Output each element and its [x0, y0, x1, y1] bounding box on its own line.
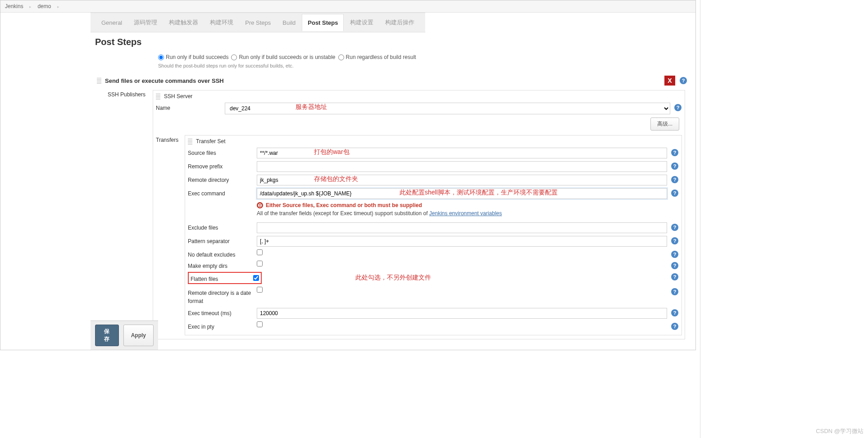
help-icon[interactable]: ?: [671, 288, 678, 295]
tab-build[interactable]: Build: [277, 14, 301, 31]
drag-handle-icon[interactable]: [156, 93, 160, 99]
radio-regardless-label: Run regardless of build result: [346, 54, 416, 60]
radio-succeeds-label: Run only if build succeeds: [166, 54, 228, 60]
pattern-sep-label: Pattern separator: [188, 236, 253, 244]
footer-actions: 保存 Apply: [91, 321, 158, 350]
exclude-files-label: Exclude files: [188, 222, 253, 231]
error-icon: ⊖: [257, 202, 263, 208]
advanced-button[interactable]: 高级...: [650, 117, 679, 131]
drag-handle-icon[interactable]: [188, 138, 192, 144]
remote-dir-input[interactable]: [257, 175, 667, 185]
breadcrumb-root[interactable]: Jenkins: [5, 3, 23, 9]
remove-prefix-label: Remove prefix: [188, 161, 253, 170]
info-text: All of the transfer fields (except for E…: [257, 209, 679, 221]
chevron-right-icon: ▸: [25, 5, 36, 9]
step-header: Send files or execute commands over SSH …: [95, 75, 689, 86]
help-icon[interactable]: ?: [671, 176, 678, 183]
remote-dir-date-checkbox[interactable]: [257, 287, 263, 293]
no-default-excludes-checkbox[interactable]: [257, 249, 263, 255]
help-icon[interactable]: ?: [674, 104, 682, 111]
right-panel: [700, 0, 868, 350]
help-icon[interactable]: ?: [671, 262, 678, 269]
tab-general[interactable]: General: [96, 14, 127, 31]
tab-triggers[interactable]: 构建触发器: [164, 14, 204, 31]
help-icon[interactable]: ?: [671, 190, 678, 197]
help-icon[interactable]: ?: [680, 77, 687, 84]
radio-unstable-label: Run only if build succeeds or is unstabl…: [239, 54, 335, 60]
exec-timeout-input[interactable]: [257, 308, 667, 319]
breadcrumb-project[interactable]: demo: [37, 3, 51, 9]
tab-env[interactable]: 构建环境: [205, 14, 239, 31]
env-vars-link[interactable]: Jenkins environment variables: [429, 210, 502, 217]
exclude-files-input[interactable]: [257, 222, 667, 233]
tab-poststeps[interactable]: Post Steps: [302, 14, 344, 31]
breadcrumb: Jenkins ▸ demo ▸: [0, 0, 695, 13]
flatten-files-checkbox[interactable]: [253, 275, 259, 281]
help-icon[interactable]: ?: [671, 224, 678, 231]
no-default-excludes-label: No default excludes: [188, 249, 253, 258]
help-icon[interactable]: ?: [671, 309, 678, 316]
source-files-input[interactable]: [257, 148, 667, 158]
error-text: Either Source files, Exec command or bot…: [266, 202, 422, 208]
help-icon[interactable]: ?: [671, 323, 678, 330]
help-icon[interactable]: ?: [671, 149, 678, 156]
run-options-hint: Should the post-build steps run only for…: [91, 60, 689, 75]
radio-succeeds[interactable]: [158, 54, 164, 60]
pattern-sep-input[interactable]: [257, 236, 667, 247]
remote-dir-date-label: Remote directory is a date format: [188, 287, 253, 305]
help-icon[interactable]: ?: [671, 163, 678, 170]
save-button[interactable]: 保存: [95, 325, 119, 346]
apply-button[interactable]: Apply: [123, 325, 154, 346]
close-button[interactable]: X: [664, 76, 675, 86]
annot-flatten: 此处勾选，不另外创建文件: [355, 274, 431, 282]
source-files-label: Source files: [188, 148, 253, 156]
exec-in-pty-checkbox[interactable]: [257, 321, 263, 327]
ssh-publishers-label: SSH Publishers: [108, 89, 153, 339]
page-title: Post Steps: [95, 37, 689, 47]
help-icon[interactable]: ?: [671, 251, 678, 258]
flatten-files-label: Flatten files: [191, 274, 250, 282]
radio-regardless[interactable]: [338, 54, 344, 60]
help-icon[interactable]: ?: [671, 237, 678, 244]
remote-dir-label: Remote directory: [188, 175, 253, 183]
tab-postbuild[interactable]: 构建后操作: [380, 14, 420, 31]
transfers-label: Transfers: [156, 134, 182, 335]
make-empty-dirs-checkbox[interactable]: [257, 261, 263, 266]
radio-unstable[interactable]: [231, 54, 237, 60]
tab-scm[interactable]: 源码管理: [128, 14, 163, 31]
transfer-set-header: Transfer Set: [196, 138, 226, 144]
exec-timeout-label: Exec timeout (ms): [188, 308, 253, 316]
make-empty-dirs-label: Make empty dirs: [188, 261, 253, 269]
config-tabs: General 源码管理 构建触发器 构建环境 Pre Steps Build …: [91, 13, 425, 32]
tab-buildsettings[interactable]: 构建设置: [345, 14, 379, 31]
remove-prefix-input[interactable]: [257, 161, 667, 172]
server-name-select[interactable]: dev_224: [225, 103, 670, 114]
step-title: Send files or execute commands over SSH: [105, 77, 224, 84]
tab-presteps[interactable]: Pre Steps: [240, 14, 276, 31]
ssh-server-header: SSH Server: [164, 93, 192, 99]
exec-in-pty-label: Exec in pty: [188, 321, 253, 330]
drag-handle-icon[interactable]: [97, 77, 101, 84]
server-name-label: Name: [156, 103, 221, 111]
exec-cmd-label: Exec command: [188, 188, 253, 197]
chevron-right-icon: ▸: [53, 5, 64, 9]
help-icon[interactable]: ?: [671, 273, 678, 280]
exec-cmd-input[interactable]: [257, 188, 667, 199]
run-options: Run only if build succeeds Run only if b…: [91, 54, 689, 60]
